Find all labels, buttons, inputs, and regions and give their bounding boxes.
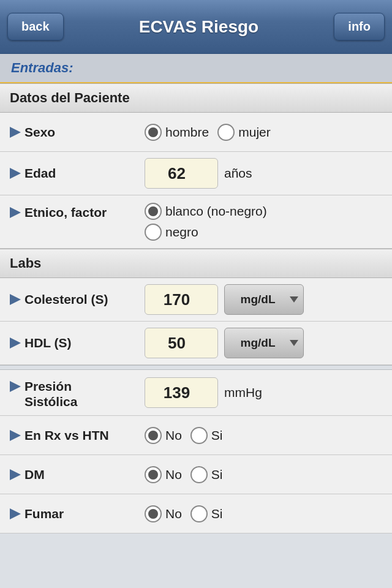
hdl-input[interactable]: [145, 328, 218, 358]
dm-si-radio[interactable]: [190, 466, 208, 483]
etnico-label: Etnico, factor: [24, 205, 107, 220]
svg-marker-1: [10, 168, 21, 179]
presion-label-line1: Presión: [24, 379, 72, 394]
nav-bar: back ECVAS Riesgo info: [0, 0, 392, 54]
svg-marker-7: [10, 469, 21, 480]
dm-no-radio[interactable]: [145, 466, 162, 483]
fumar-no-option[interactable]: No: [145, 505, 182, 522]
svg-marker-2: [10, 207, 21, 218]
separator: [0, 365, 392, 370]
hdl-label: HDL (S): [24, 336, 72, 350]
colesterol-unit-label: mg/dL: [230, 293, 286, 306]
hdl-arrow-icon: [10, 337, 21, 349]
etnico-row: Etnico, factor blanco (no-negro) negro: [0, 195, 392, 249]
dm-arrow-icon: [10, 469, 21, 480]
fumar-si-radio[interactable]: [190, 505, 208, 522]
sexo-mujer-radio[interactable]: [217, 124, 235, 141]
fumar-no-radio[interactable]: [145, 505, 162, 522]
sexo-mujer-label: mujer: [238, 125, 271, 140]
presion-controls: mmHg: [145, 377, 382, 408]
colesterol-label-container: Colesterol (S): [10, 292, 145, 307]
edad-input[interactable]: [145, 158, 218, 189]
fumar-arrow-icon: [10, 508, 21, 519]
presion-label-line2: Sistólica: [24, 394, 77, 409]
group-header-labs: Labs: [0, 249, 392, 278]
svg-marker-8: [10, 508, 21, 519]
sexo-row: Sexo hombre mujer: [0, 113, 392, 152]
etnico-controls: blanco (no-negro) negro: [145, 203, 382, 241]
edad-arrow-icon: [10, 168, 21, 179]
sexo-label: Sexo: [24, 125, 55, 140]
etnico-negro-label: negro: [165, 225, 198, 239]
enrx-arrow-icon: [10, 430, 21, 441]
sexo-controls: hombre mujer: [145, 124, 382, 141]
enrx-label: En Rx vs HTN: [24, 428, 109, 443]
etnico-radio-group: blanco (no-negro) negro: [145, 203, 267, 241]
etnico-negro-option[interactable]: negro: [145, 224, 267, 241]
dm-radio-group: No Si: [145, 466, 223, 483]
fumar-controls: No Si: [145, 505, 382, 522]
dm-label: DM: [24, 467, 45, 482]
info-button[interactable]: info: [334, 13, 385, 40]
fumar-si-option[interactable]: Si: [190, 505, 223, 522]
hdl-unit-label: mg/dL: [230, 336, 286, 350]
sexo-hombre-label: hombre: [165, 125, 209, 140]
group-header-datos: Datos del Paciente: [0, 83, 392, 113]
sexo-mujer-option[interactable]: mujer: [217, 124, 271, 141]
enrx-si-option[interactable]: Si: [190, 427, 223, 444]
edad-label: Edad: [24, 166, 56, 181]
sexo-radio-group: hombre mujer: [145, 124, 271, 141]
colesterol-input[interactable]: [145, 284, 218, 315]
enrx-no-label: No: [165, 428, 182, 443]
hdl-controls: mg/dL: [145, 328, 382, 358]
fumar-radio-group: No Si: [145, 505, 223, 522]
edad-label-container: Edad: [10, 166, 145, 181]
entradas-label: Entradas:: [11, 60, 73, 75]
back-button[interactable]: back: [7, 13, 64, 40]
dm-si-label: Si: [211, 467, 223, 482]
hdl-dropdown-arrow-icon: [290, 340, 298, 346]
group-label-labs: Labs: [10, 255, 41, 271]
svg-marker-0: [10, 127, 21, 138]
sexo-hombre-option[interactable]: hombre: [145, 124, 209, 141]
colesterol-row: Colesterol (S) mg/dL: [0, 278, 392, 322]
etnico-negro-radio[interactable]: [145, 224, 162, 241]
hdl-row: HDL (S) mg/dL: [0, 322, 392, 365]
dm-controls: No Si: [145, 466, 382, 483]
presion-label-container: Presión Sistólica: [10, 376, 145, 409]
colesterol-label: Colesterol (S): [24, 292, 108, 307]
fumar-no-label: No: [165, 507, 182, 521]
etnico-blanco-option[interactable]: blanco (no-negro): [145, 203, 267, 220]
hdl-unit-dropdown[interactable]: mg/dL: [224, 328, 304, 358]
fumar-si-label: Si: [211, 507, 223, 521]
group-label-datos: Datos del Paciente: [10, 90, 130, 105]
edad-row: Edad años: [0, 152, 392, 195]
colesterol-controls: mg/dL: [145, 284, 382, 315]
dm-label-container: DM: [10, 467, 145, 482]
sexo-label-container: Sexo: [10, 125, 145, 140]
dm-no-label: No: [165, 467, 182, 482]
dm-no-option[interactable]: No: [145, 466, 182, 483]
fumar-row: Fumar No Si: [0, 494, 392, 533]
etnico-label-container: Etnico, factor: [10, 203, 145, 220]
presion-label-two-line: Presión Sistólica: [24, 379, 77, 409]
svg-marker-4: [10, 337, 21, 349]
svg-marker-5: [10, 381, 21, 392]
enrx-si-radio[interactable]: [190, 427, 208, 444]
enrx-no-radio[interactable]: [145, 427, 162, 444]
enrx-no-option[interactable]: No: [145, 427, 182, 444]
colesterol-unit-dropdown[interactable]: mg/dL: [224, 284, 304, 315]
presion-unit: mmHg: [224, 385, 262, 400]
presion-arrow-icon: [10, 381, 21, 392]
presion-row: Presión Sistólica mmHg: [0, 370, 392, 416]
colesterol-arrow-icon: [10, 294, 21, 305]
etnico-arrow-icon: [10, 207, 21, 218]
enrx-controls: No Si: [145, 427, 382, 444]
presion-input[interactable]: [145, 377, 218, 408]
etnico-blanco-radio[interactable]: [145, 203, 162, 220]
sexo-arrow-icon: [10, 127, 21, 138]
dm-si-option[interactable]: Si: [190, 466, 223, 483]
colesterol-dropdown-arrow-icon: [290, 296, 298, 303]
enrx-si-label: Si: [211, 428, 223, 443]
sexo-hombre-radio[interactable]: [145, 124, 162, 141]
